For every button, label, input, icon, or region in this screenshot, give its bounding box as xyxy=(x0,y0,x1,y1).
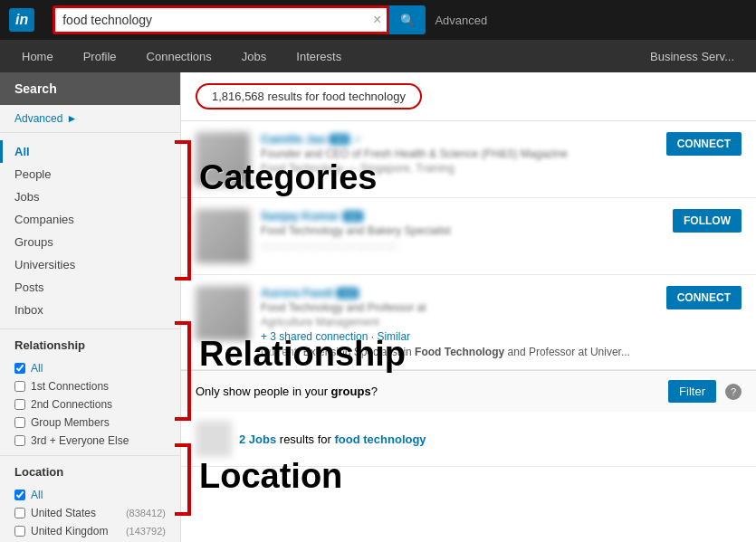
nav-business: Business Serv... xyxy=(637,50,747,63)
results-area: 1,816,568 results for food technology Ca… xyxy=(181,72,756,542)
result-current: Current: Extension Specialist in Food Te… xyxy=(261,346,656,358)
linkedin-logo: in xyxy=(9,8,34,32)
filter-all-location[interactable]: All xyxy=(14,486,166,504)
result-name: Camille Jao 3rd ✓ xyxy=(261,132,656,146)
avatar xyxy=(196,132,250,186)
filter-all-location-label: All xyxy=(31,489,43,501)
nav-bar: Home Profile Connections Jobs Interests … xyxy=(0,40,756,72)
result-connection: — — — — — — — — — — xyxy=(261,240,662,252)
filter-group-members[interactable]: Group Members xyxy=(14,414,166,432)
sidebar-search-header: Search xyxy=(0,72,180,105)
jobs-avatar xyxy=(196,421,232,457)
filter-us-label: United States xyxy=(31,507,96,519)
follow-button[interactable]: FOLLOW xyxy=(673,209,742,233)
filter-1st-label: 1st Connections xyxy=(31,380,109,393)
degree-badge: 3rd xyxy=(330,134,349,145)
category-jobs[interactable]: Jobs xyxy=(0,185,180,208)
filter-bar: Only show people in your groups? Filter … xyxy=(181,370,756,412)
filter-all-location-checkbox[interactable] xyxy=(14,490,25,500)
category-list: All People Jobs Companies Groups Univers… xyxy=(0,133,180,328)
filter-3rd-checkbox[interactable] xyxy=(14,435,25,446)
nav-jobs[interactable]: Jobs xyxy=(229,40,279,72)
result-info: Camille Jao 3rd ✓ Founder and CEO of Fre… xyxy=(261,132,656,177)
degree-badge: 3rd xyxy=(343,211,363,222)
filter-2nd-checkbox[interactable] xyxy=(14,399,25,410)
result-name: Sanjay Kumar 3rd xyxy=(261,209,662,223)
filter-3rd-everyone[interactable]: 3rd + Everyone Else xyxy=(14,432,166,450)
filter-uk-label: United Kingdom xyxy=(31,525,108,537)
result-item: Aurora Fasdi 2nd Food Technology and Pro… xyxy=(181,275,756,370)
chevron-right-icon: ► xyxy=(66,112,77,125)
connect-button-3[interactable]: CONNECT xyxy=(666,286,742,309)
category-universities[interactable]: Universities xyxy=(0,253,180,276)
results-count-box: 1,816,568 results for food technology xyxy=(196,83,422,109)
search-input[interactable] xyxy=(55,13,368,27)
result-title: Food Technology and Bakery Specialist xyxy=(261,224,662,237)
filter-uk-checkbox[interactable] xyxy=(14,526,25,537)
filter-button[interactable]: Filter xyxy=(668,380,716,403)
filter-2nd-connections[interactable]: 2nd Connections xyxy=(14,395,166,414)
results-count-text: 1,816,568 results for food technology xyxy=(212,90,406,103)
search-bar: × xyxy=(53,5,389,34)
jobs-result: 2 Jobs results for food technology xyxy=(181,412,756,467)
filter-group-checkbox[interactable] xyxy=(14,417,25,428)
category-groups[interactable]: Groups xyxy=(0,231,180,253)
nav-connections[interactable]: Connections xyxy=(134,40,225,72)
filter-bar-text: Only show people in your groups? xyxy=(196,385,378,398)
result-subtitle: Agriculture Management xyxy=(261,316,656,328)
sidebar: Search Advanced ► All People Jobs Compan… xyxy=(0,72,181,542)
category-people[interactable]: People xyxy=(0,163,180,185)
nav-profile[interactable]: Profile xyxy=(71,40,129,72)
filter-1st-checkbox[interactable] xyxy=(14,381,25,392)
filter-3rd-label: 3rd + Everyone Else xyxy=(31,434,129,447)
sidebar-advanced-link[interactable]: Advanced ► xyxy=(0,105,180,133)
result-subtitle: Food Technology — Singapore, Training xyxy=(261,162,656,175)
avatar xyxy=(196,286,250,340)
degree-badge: 2nd xyxy=(337,288,359,299)
location-section: Location All United States (838412) Unit… xyxy=(0,455,180,542)
category-all[interactable]: All xyxy=(0,140,180,163)
avatar xyxy=(196,209,250,263)
search-container: × 🔍 Advanced xyxy=(53,5,487,34)
top-bar: in × 🔍 Advanced xyxy=(0,0,756,40)
result-info: Aurora Fasdi 2nd Food Technology and Pro… xyxy=(261,286,656,358)
category-companies[interactable]: Companies xyxy=(0,208,180,231)
filter-us[interactable]: United States (838412) xyxy=(14,504,166,522)
result-title: Food Technology and Professor at xyxy=(261,301,656,314)
filter-us-count: (838412) xyxy=(126,508,166,518)
clear-icon[interactable]: × xyxy=(368,12,387,28)
results-header: 1,816,568 results for food technology xyxy=(181,72,756,121)
result-item: Camille Jao 3rd ✓ Founder and CEO of Fre… xyxy=(181,121,756,198)
result-title: Founder and CEO of Fresh Health & Scienc… xyxy=(261,147,656,160)
relationship-section: Relationship All 1st Connections 2nd Con… xyxy=(0,328,180,455)
advanced-search-link[interactable]: Advanced xyxy=(435,14,487,27)
filter-us-checkbox[interactable] xyxy=(14,508,25,518)
result-item: Sanjay Kumar 3rd Food Technology and Bak… xyxy=(181,198,756,275)
search-button[interactable]: 🔍 xyxy=(389,5,426,34)
filter-all-checkbox[interactable] xyxy=(14,363,25,374)
filter-2nd-label: 2nd Connections xyxy=(31,398,112,411)
filter-group-label: Group Members xyxy=(31,416,110,429)
category-inbox[interactable]: Inbox xyxy=(0,299,180,321)
filter-all-label: All xyxy=(31,362,43,375)
category-posts[interactable]: Posts xyxy=(0,276,180,299)
filter-1st-connections[interactable]: 1st Connections xyxy=(14,377,166,395)
advanced-label: Advanced xyxy=(14,112,62,125)
location-title: Location xyxy=(14,465,166,479)
connect-button[interactable]: CONNECT xyxy=(666,132,742,156)
jobs-count: 2 Jobs results for food technology xyxy=(239,433,426,446)
filter-uk-count: (143792) xyxy=(126,526,166,537)
relationship-title: Relationship xyxy=(14,338,166,352)
help-icon[interactable]: ? xyxy=(725,384,742,400)
result-info: Sanjay Kumar 3rd Food Technology and Bak… xyxy=(261,209,662,252)
filter-all-relationship[interactable]: All xyxy=(14,359,166,377)
main-content: Search Advanced ► All People Jobs Compan… xyxy=(0,72,756,542)
filter-uk[interactable]: United Kingdom (143792) xyxy=(14,522,166,540)
search-icon: 🔍 xyxy=(400,14,416,27)
result-name: Aurora Fasdi 2nd xyxy=(261,286,656,300)
nav-home[interactable]: Home xyxy=(9,40,66,72)
result-connection: + 3 shared connection · Similar xyxy=(261,330,656,343)
nav-interests[interactable]: Interests xyxy=(283,40,354,72)
